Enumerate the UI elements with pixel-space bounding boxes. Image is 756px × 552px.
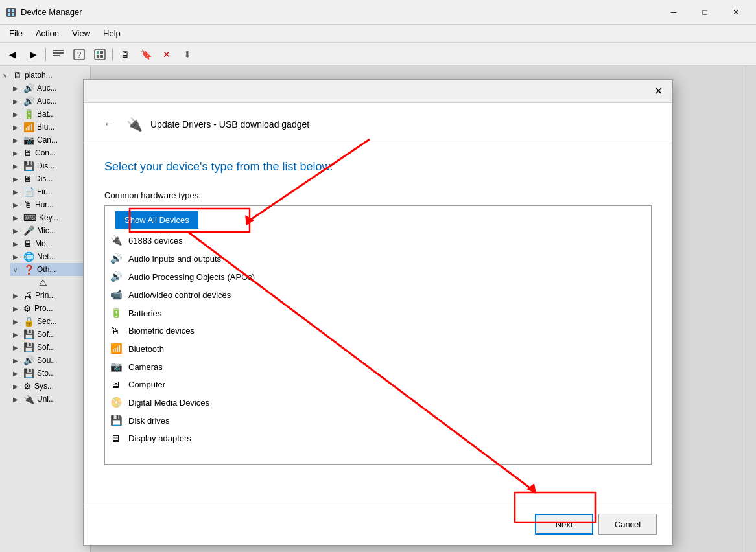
device-icon-audio-proc: 🔊 (110, 271, 123, 282)
svg-rect-14 (100, 55, 103, 58)
toolbar: ◀ ▶ ? 🖥 🔖 ✕ ⬇ (0, 43, 756, 66)
close-button[interactable]: ✕ (721, 2, 751, 23)
menu-action[interactable]: Action (29, 26, 65, 41)
svg-rect-5 (53, 50, 64, 51)
dialog-footer: Next Cancel (84, 503, 672, 545)
device-icon-audio-io: 🔊 (110, 253, 123, 264)
device-list-item-display[interactable]: 🖥 Display adapters (105, 430, 651, 447)
dialog-overlay: ✕ ← 🔌 Update Drivers - USB download gadg… (0, 66, 756, 552)
dialog-back-button[interactable]: ← (99, 116, 119, 132)
svg-text:?: ? (77, 51, 82, 60)
title-bar: Device Manager ─ □ ✕ (0, 0, 756, 25)
device-icon-av-control: 📹 (110, 289, 123, 301)
device-list-item-audio-io[interactable]: 🔊 Audio inputs and outputs (105, 249, 651, 268)
dialog-header-icon: 🔌 (126, 117, 143, 132)
toolbar-back[interactable]: ◀ (3, 45, 22, 63)
window-title: Device Manager (21, 7, 659, 17)
toolbar-x[interactable]: ✕ (157, 45, 176, 63)
svg-rect-6 (53, 52, 64, 54)
device-list-item-bluetooth[interactable]: 📶 Bluetooth (105, 339, 651, 358)
device-list-item-av-control[interactable]: 📹 Audio/video control devices (105, 286, 651, 304)
cancel-button[interactable]: Cancel (598, 514, 657, 535)
dialog-title-bar: ✕ (84, 80, 672, 103)
minimize-button[interactable]: ─ (659, 2, 689, 23)
device-list-container[interactable]: Show All Devices 🔌 61883 devices 🔊 Audio… (104, 205, 652, 465)
toolbar-properties[interactable] (49, 45, 68, 63)
svg-rect-12 (100, 51, 103, 54)
dialog-close-button[interactable]: ✕ (649, 84, 667, 99)
svg-rect-1 (8, 9, 10, 12)
toolbar-separator-1 (45, 48, 46, 61)
svg-rect-10 (95, 49, 105, 60)
svg-rect-11 (97, 51, 99, 54)
main-area: ∨ 🖥 platoh... ▶ 🔊 Auc... ▶ 🔊 Auc... ▶ 🔋 … (0, 66, 756, 552)
menu-view[interactable]: View (65, 26, 97, 41)
device-list-item-disk-drives[interactable]: 💾 Disk drives (105, 411, 651, 430)
svg-rect-2 (12, 9, 14, 12)
menu-bar: File Action View Help (0, 25, 756, 43)
svg-rect-3 (8, 13, 10, 16)
device-list-item-computer[interactable]: 🖥 Computer (105, 376, 651, 393)
next-button[interactable]: Next (535, 514, 593, 535)
menu-file[interactable]: File (3, 26, 29, 41)
device-icon-bluetooth: 📶 (110, 343, 123, 354)
dialog-instruction: Select your device's type from the list … (104, 159, 652, 175)
device-list-item-biometric[interactable]: 🖱 Biometric devices (105, 322, 651, 339)
device-icon-disk-drives: 💾 (110, 415, 123, 426)
device-list-item-audio-proc[interactable]: 🔊 Audio Processing Objects (APOs) (105, 268, 651, 286)
dialog-body: Select your device's type from the list … (84, 143, 672, 503)
device-list-item-digital-media[interactable]: 📀 Digital Media Devices (105, 393, 651, 411)
svg-rect-7 (53, 55, 60, 56)
device-icon-computer: 🖥 (110, 379, 123, 390)
toolbar-help[interactable]: ? (69, 45, 89, 63)
dialog-header: ← 🔌 Update Drivers - USB download gadget (84, 103, 672, 143)
maximize-button[interactable]: □ (690, 2, 720, 23)
device-icon-batteries: 🔋 (110, 307, 123, 319)
device-icon-61883: 🔌 (110, 235, 123, 246)
menu-help[interactable]: Help (97, 26, 127, 41)
toolbar-flag[interactable]: 🔖 (136, 45, 156, 63)
toolbar-computer[interactable]: 🖥 (115, 45, 135, 63)
device-list-item-cameras[interactable]: 📷 Cameras (105, 358, 651, 376)
device-icon-digital-media: 📀 (110, 397, 123, 408)
dialog-header-title: Update Drivers - USB download gadget (150, 119, 309, 130)
toolbar-separator-2 (112, 48, 113, 61)
app-icon (5, 6, 17, 18)
device-icon-display: 🖥 (110, 433, 123, 444)
svg-rect-4 (12, 13, 14, 16)
device-icon-cameras: 📷 (110, 361, 123, 373)
device-list-item-batteries[interactable]: 🔋 Batteries (105, 304, 651, 322)
dialog-section-label: Common hardware types: (104, 190, 652, 200)
update-drivers-dialog: ✕ ← 🔌 Update Drivers - USB download gadg… (83, 79, 673, 546)
window-controls: ─ □ ✕ (659, 2, 751, 23)
toolbar-download[interactable]: ⬇ (178, 45, 197, 63)
toolbar-details[interactable] (90, 45, 110, 63)
show-all-devices-button[interactable]: Show All Devices (115, 211, 198, 229)
toolbar-forward[interactable]: ▶ (23, 45, 43, 63)
device-icon-biometric: 🖱 (110, 325, 123, 336)
device-list-item-61883[interactable]: 🔌 61883 devices (105, 231, 651, 249)
svg-rect-13 (97, 55, 99, 58)
